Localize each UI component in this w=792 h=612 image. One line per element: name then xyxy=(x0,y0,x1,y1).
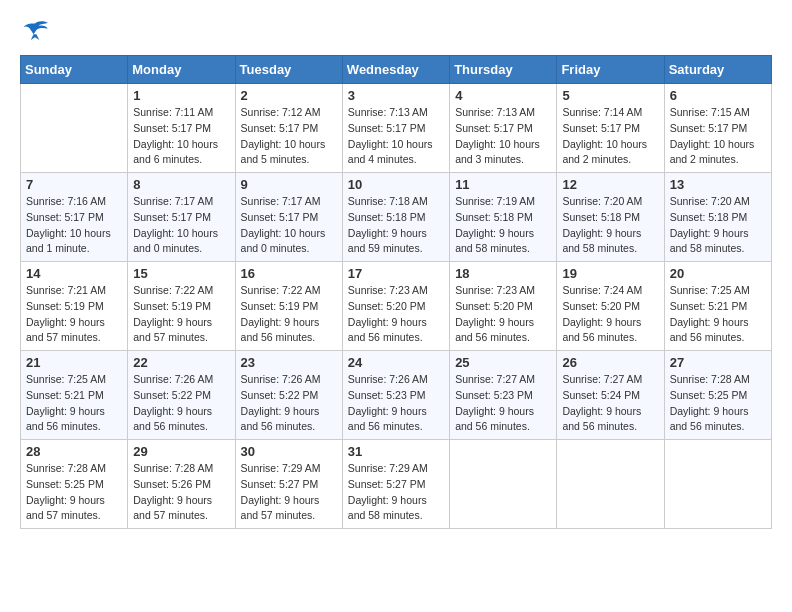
day-info: Sunrise: 7:23 AMSunset: 5:20 PMDaylight:… xyxy=(348,283,444,346)
calendar-cell: 16Sunrise: 7:22 AMSunset: 5:19 PMDayligh… xyxy=(235,262,342,351)
day-number: 8 xyxy=(133,177,229,192)
day-info: Sunrise: 7:20 AMSunset: 5:18 PMDaylight:… xyxy=(562,194,658,257)
day-number: 30 xyxy=(241,444,337,459)
day-info: Sunrise: 7:22 AMSunset: 5:19 PMDaylight:… xyxy=(133,283,229,346)
calendar-cell: 27Sunrise: 7:28 AMSunset: 5:25 PMDayligh… xyxy=(664,351,771,440)
calendar-cell: 18Sunrise: 7:23 AMSunset: 5:20 PMDayligh… xyxy=(450,262,557,351)
day-info: Sunrise: 7:27 AMSunset: 5:24 PMDaylight:… xyxy=(562,372,658,435)
calendar-cell: 30Sunrise: 7:29 AMSunset: 5:27 PMDayligh… xyxy=(235,440,342,529)
calendar-table: SundayMondayTuesdayWednesdayThursdayFrid… xyxy=(20,55,772,529)
day-number: 19 xyxy=(562,266,658,281)
day-of-week-header: Sunday xyxy=(21,56,128,84)
day-info: Sunrise: 7:17 AMSunset: 5:17 PMDaylight:… xyxy=(241,194,337,257)
day-of-week-header: Saturday xyxy=(664,56,771,84)
day-info: Sunrise: 7:12 AMSunset: 5:17 PMDaylight:… xyxy=(241,105,337,168)
day-info: Sunrise: 7:23 AMSunset: 5:20 PMDaylight:… xyxy=(455,283,551,346)
day-number: 29 xyxy=(133,444,229,459)
calendar-cell: 29Sunrise: 7:28 AMSunset: 5:26 PMDayligh… xyxy=(128,440,235,529)
calendar-cell: 23Sunrise: 7:26 AMSunset: 5:22 PMDayligh… xyxy=(235,351,342,440)
day-info: Sunrise: 7:16 AMSunset: 5:17 PMDaylight:… xyxy=(26,194,122,257)
day-number: 2 xyxy=(241,88,337,103)
day-info: Sunrise: 7:20 AMSunset: 5:18 PMDaylight:… xyxy=(670,194,766,257)
calendar-cell: 9Sunrise: 7:17 AMSunset: 5:17 PMDaylight… xyxy=(235,173,342,262)
calendar-cell: 11Sunrise: 7:19 AMSunset: 5:18 PMDayligh… xyxy=(450,173,557,262)
day-number: 16 xyxy=(241,266,337,281)
calendar-cell: 26Sunrise: 7:27 AMSunset: 5:24 PMDayligh… xyxy=(557,351,664,440)
day-info: Sunrise: 7:15 AMSunset: 5:17 PMDaylight:… xyxy=(670,105,766,168)
day-info: Sunrise: 7:26 AMSunset: 5:22 PMDaylight:… xyxy=(133,372,229,435)
day-number: 1 xyxy=(133,88,229,103)
day-number: 26 xyxy=(562,355,658,370)
calendar-cell: 5Sunrise: 7:14 AMSunset: 5:17 PMDaylight… xyxy=(557,84,664,173)
day-number: 11 xyxy=(455,177,551,192)
day-of-week-header: Friday xyxy=(557,56,664,84)
day-info: Sunrise: 7:29 AMSunset: 5:27 PMDaylight:… xyxy=(241,461,337,524)
day-info: Sunrise: 7:13 AMSunset: 5:17 PMDaylight:… xyxy=(348,105,444,168)
calendar-cell: 2Sunrise: 7:12 AMSunset: 5:17 PMDaylight… xyxy=(235,84,342,173)
calendar-cell: 8Sunrise: 7:17 AMSunset: 5:17 PMDaylight… xyxy=(128,173,235,262)
day-number: 25 xyxy=(455,355,551,370)
day-number: 20 xyxy=(670,266,766,281)
calendar-cell: 10Sunrise: 7:18 AMSunset: 5:18 PMDayligh… xyxy=(342,173,449,262)
day-info: Sunrise: 7:22 AMSunset: 5:19 PMDaylight:… xyxy=(241,283,337,346)
day-of-week-header: Monday xyxy=(128,56,235,84)
calendar-cell: 17Sunrise: 7:23 AMSunset: 5:20 PMDayligh… xyxy=(342,262,449,351)
day-info: Sunrise: 7:21 AMSunset: 5:19 PMDaylight:… xyxy=(26,283,122,346)
day-number: 17 xyxy=(348,266,444,281)
day-of-week-header: Wednesday xyxy=(342,56,449,84)
day-number: 22 xyxy=(133,355,229,370)
day-info: Sunrise: 7:25 AMSunset: 5:21 PMDaylight:… xyxy=(670,283,766,346)
calendar-cell: 6Sunrise: 7:15 AMSunset: 5:17 PMDaylight… xyxy=(664,84,771,173)
day-info: Sunrise: 7:28 AMSunset: 5:25 PMDaylight:… xyxy=(670,372,766,435)
day-of-week-header: Thursday xyxy=(450,56,557,84)
calendar-cell: 19Sunrise: 7:24 AMSunset: 5:20 PMDayligh… xyxy=(557,262,664,351)
calendar-cell xyxy=(664,440,771,529)
day-number: 13 xyxy=(670,177,766,192)
calendar-cell: 1Sunrise: 7:11 AMSunset: 5:17 PMDaylight… xyxy=(128,84,235,173)
day-number: 23 xyxy=(241,355,337,370)
calendar-cell: 31Sunrise: 7:29 AMSunset: 5:27 PMDayligh… xyxy=(342,440,449,529)
page-header xyxy=(20,20,772,45)
calendar-week-row: 28Sunrise: 7:28 AMSunset: 5:25 PMDayligh… xyxy=(21,440,772,529)
calendar-cell: 7Sunrise: 7:16 AMSunset: 5:17 PMDaylight… xyxy=(21,173,128,262)
day-info: Sunrise: 7:13 AMSunset: 5:17 PMDaylight:… xyxy=(455,105,551,168)
calendar-cell: 22Sunrise: 7:26 AMSunset: 5:22 PMDayligh… xyxy=(128,351,235,440)
day-number: 15 xyxy=(133,266,229,281)
calendar-cell: 13Sunrise: 7:20 AMSunset: 5:18 PMDayligh… xyxy=(664,173,771,262)
day-number: 9 xyxy=(241,177,337,192)
day-info: Sunrise: 7:27 AMSunset: 5:23 PMDaylight:… xyxy=(455,372,551,435)
day-number: 28 xyxy=(26,444,122,459)
calendar-cell: 24Sunrise: 7:26 AMSunset: 5:23 PMDayligh… xyxy=(342,351,449,440)
calendar-week-row: 7Sunrise: 7:16 AMSunset: 5:17 PMDaylight… xyxy=(21,173,772,262)
day-info: Sunrise: 7:11 AMSunset: 5:17 PMDaylight:… xyxy=(133,105,229,168)
calendar-week-row: 21Sunrise: 7:25 AMSunset: 5:21 PMDayligh… xyxy=(21,351,772,440)
calendar-cell xyxy=(21,84,128,173)
day-info: Sunrise: 7:26 AMSunset: 5:23 PMDaylight:… xyxy=(348,372,444,435)
day-number: 14 xyxy=(26,266,122,281)
day-number: 10 xyxy=(348,177,444,192)
logo-bird-icon xyxy=(20,20,50,45)
calendar-cell: 14Sunrise: 7:21 AMSunset: 5:19 PMDayligh… xyxy=(21,262,128,351)
calendar-cell: 3Sunrise: 7:13 AMSunset: 5:17 PMDaylight… xyxy=(342,84,449,173)
day-info: Sunrise: 7:28 AMSunset: 5:26 PMDaylight:… xyxy=(133,461,229,524)
calendar-cell: 15Sunrise: 7:22 AMSunset: 5:19 PMDayligh… xyxy=(128,262,235,351)
day-number: 24 xyxy=(348,355,444,370)
day-info: Sunrise: 7:25 AMSunset: 5:21 PMDaylight:… xyxy=(26,372,122,435)
day-info: Sunrise: 7:17 AMSunset: 5:17 PMDaylight:… xyxy=(133,194,229,257)
day-number: 5 xyxy=(562,88,658,103)
day-number: 27 xyxy=(670,355,766,370)
day-number: 12 xyxy=(562,177,658,192)
day-info: Sunrise: 7:28 AMSunset: 5:25 PMDaylight:… xyxy=(26,461,122,524)
day-number: 18 xyxy=(455,266,551,281)
calendar-cell xyxy=(557,440,664,529)
day-number: 4 xyxy=(455,88,551,103)
calendar-week-row: 14Sunrise: 7:21 AMSunset: 5:19 PMDayligh… xyxy=(21,262,772,351)
calendar-cell: 4Sunrise: 7:13 AMSunset: 5:17 PMDaylight… xyxy=(450,84,557,173)
calendar-cell: 20Sunrise: 7:25 AMSunset: 5:21 PMDayligh… xyxy=(664,262,771,351)
day-info: Sunrise: 7:18 AMSunset: 5:18 PMDaylight:… xyxy=(348,194,444,257)
calendar-cell: 25Sunrise: 7:27 AMSunset: 5:23 PMDayligh… xyxy=(450,351,557,440)
calendar-cell: 12Sunrise: 7:20 AMSunset: 5:18 PMDayligh… xyxy=(557,173,664,262)
day-info: Sunrise: 7:24 AMSunset: 5:20 PMDaylight:… xyxy=(562,283,658,346)
day-of-week-header: Tuesday xyxy=(235,56,342,84)
calendar-cell: 28Sunrise: 7:28 AMSunset: 5:25 PMDayligh… xyxy=(21,440,128,529)
